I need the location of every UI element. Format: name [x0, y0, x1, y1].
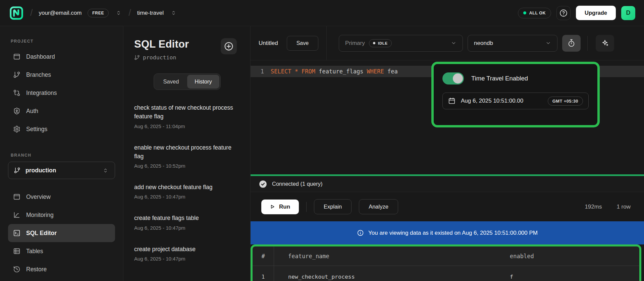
sidebar-item-integrations[interactable]: Integrations — [8, 84, 115, 102]
query-history-list: check status of new checkout process fea… — [134, 103, 237, 262]
sidebar-item-dashboard[interactable]: Dashboard — [8, 48, 115, 66]
account-email[interactable]: your@email.com — [39, 10, 82, 16]
sidebar-item-tables[interactable]: Tables — [8, 242, 115, 260]
datetime-value: Aug 6, 2025 10:51:00.00 — [461, 98, 523, 104]
sidebar-item-label: Auth — [26, 108, 38, 115]
git-branch-icon — [134, 55, 140, 60]
time-travel-toggle-label: Time Travel Enabled — [471, 75, 528, 82]
analyze-button[interactable]: Analyze — [359, 199, 398, 214]
chart-line-icon — [13, 211, 20, 219]
time-travel-toggle[interactable] — [442, 72, 464, 85]
sql-identifier: feature_flags — [315, 68, 367, 75]
cell-feature-name: new_checkout_process — [274, 266, 510, 281]
ai-assistant-button[interactable] — [596, 35, 614, 52]
time-travel-button[interactable] — [562, 35, 581, 52]
account-switcher-chevrons-icon[interactable] — [115, 9, 122, 17]
git-compare-icon — [13, 89, 20, 97]
history-item[interactable]: add new checkout feature flag Aug 6, 202… — [134, 183, 237, 200]
history-item[interactable]: create feature flags table Aug 6, 2025 -… — [134, 214, 237, 230]
sidebar-item-label: Settings — [26, 126, 47, 133]
sidebar-item-auth[interactable]: Auth — [8, 102, 115, 120]
project-section-label: PROJECT — [11, 39, 115, 44]
database-selector-value: neondb — [474, 40, 493, 47]
line-number: 1 — [251, 68, 271, 75]
tab-saved[interactable]: Saved — [155, 75, 187, 89]
status-pill[interactable]: ALL OK — [518, 8, 551, 18]
git-branch-icon — [13, 71, 20, 78]
status-pill-label: ALL OK — [529, 11, 546, 15]
time-travel-datetime-input[interactable]: Aug 6, 2025 10:51:00.00 GMT +05:30 — [442, 93, 589, 109]
project-switcher-chevrons-icon[interactable] — [170, 9, 177, 17]
user-avatar[interactable]: D — [621, 6, 635, 20]
sidebar-item-settings[interactable]: Settings — [8, 120, 115, 138]
query-actions-bar: Run Explain Analyze 192ms 1 row — [251, 192, 644, 221]
connection-status-text: Connected (1 query) — [272, 181, 322, 187]
timezone-badge: GMT +05:30 — [548, 97, 583, 106]
column-header-feature-name[interactable]: feature_name — [274, 246, 510, 266]
results-table: # feature_name enabled 1 new_checkout_pr… — [251, 244, 641, 281]
branch-context-label: production — [143, 54, 176, 61]
cell-row-index: 1 — [253, 266, 274, 281]
explain-button[interactable]: Explain — [314, 199, 352, 214]
toolbar-divider — [587, 36, 588, 51]
editor-toolbar: Untitled Save Primary IDLE neondb — [251, 26, 644, 60]
history-clock-icon — [13, 266, 20, 273]
history-item-time: Aug 6, 2025 - 10:47pm — [134, 256, 237, 262]
project-name[interactable]: time-travel — [137, 10, 164, 16]
branch-section-label: BRANCH — [11, 153, 115, 158]
breadcrumb-separator: / — [30, 8, 33, 18]
topbar-actions: ALL OK Upgrade D — [518, 6, 635, 20]
sidebar-item-overview[interactable]: Overview — [8, 188, 115, 206]
query-duration: 192ms — [585, 204, 602, 210]
history-item-time: Aug 6, 2025 - 11:04pm — [134, 123, 237, 129]
plan-badge: FREE — [88, 9, 109, 17]
info-icon — [357, 229, 364, 236]
calendar-icon — [448, 97, 455, 105]
dashboard-icon — [13, 53, 20, 60]
save-button[interactable]: Save — [287, 36, 318, 51]
sidebar-item-label: Branches — [26, 71, 51, 78]
compute-selector[interactable]: Primary IDLE — [339, 35, 463, 52]
history-item-title: create feature flags table — [134, 214, 237, 222]
stopwatch-icon — [567, 39, 576, 47]
editor-results-panel: Untitled Save Primary IDLE neondb — [251, 26, 644, 281]
sidebar-item-monitoring[interactable]: Monitoring — [8, 206, 115, 224]
sidebar-item-label: Tables — [26, 248, 43, 255]
history-item-title: check status of new checkout process fea… — [134, 103, 237, 121]
sidebar-item-restore[interactable]: Restore — [8, 260, 115, 278]
history-item[interactable]: check status of new checkout process fea… — [134, 103, 237, 129]
play-icon — [270, 204, 275, 210]
upgrade-button[interactable]: Upgrade — [576, 6, 616, 20]
history-item-time: Aug 6, 2025 - 10:47pm — [134, 194, 237, 200]
overview-icon — [13, 193, 20, 201]
query-tab-name[interactable]: Untitled — [259, 40, 278, 47]
neon-logo[interactable] — [9, 5, 24, 21]
time-travel-popup: Time Travel Enabled Aug 6, 2025 10:51:00… — [431, 62, 600, 127]
sidebar-item-label: Overview — [26, 193, 51, 201]
sidebar-item-branches[interactable]: Branches — [8, 66, 115, 84]
branch-selector[interactable]: production — [8, 162, 115, 179]
history-item[interactable]: create project database Aug 6, 2025 - 10… — [134, 245, 237, 262]
toggle-knob — [453, 73, 463, 83]
top-bar: / your@email.com FREE / time-travel ALL … — [0, 0, 644, 26]
column-header-enabled[interactable]: enabled — [510, 246, 639, 266]
table-icon — [13, 247, 20, 255]
sidebar-item-label: Monitoring — [26, 212, 54, 219]
tab-history[interactable]: History — [187, 75, 219, 89]
column-header-index[interactable]: # — [253, 246, 274, 266]
history-item[interactable]: enable new checkout process feature flag… — [134, 143, 237, 169]
branch-selector-value: production — [25, 167, 56, 174]
new-query-button[interactable] — [221, 38, 237, 54]
status-dot-icon — [523, 11, 526, 14]
saved-history-tabs: Saved History — [154, 73, 221, 90]
table-row[interactable]: 1 new_checkout_process f — [253, 266, 639, 281]
sql-identifier: fea — [384, 68, 398, 75]
sidebar-item-sql-editor[interactable]: SQL Editor — [8, 224, 115, 242]
database-selector[interactable]: neondb — [468, 35, 557, 52]
history-item-title: enable new checkout process feature flag — [134, 143, 237, 161]
help-button[interactable] — [556, 6, 571, 20]
neon-console: / your@email.com FREE / time-travel ALL … — [0, 0, 644, 281]
check-circle-icon — [259, 180, 267, 188]
sidebar: PROJECT Dashboard Branches Integrations … — [0, 26, 123, 281]
run-button[interactable]: Run — [261, 200, 299, 214]
